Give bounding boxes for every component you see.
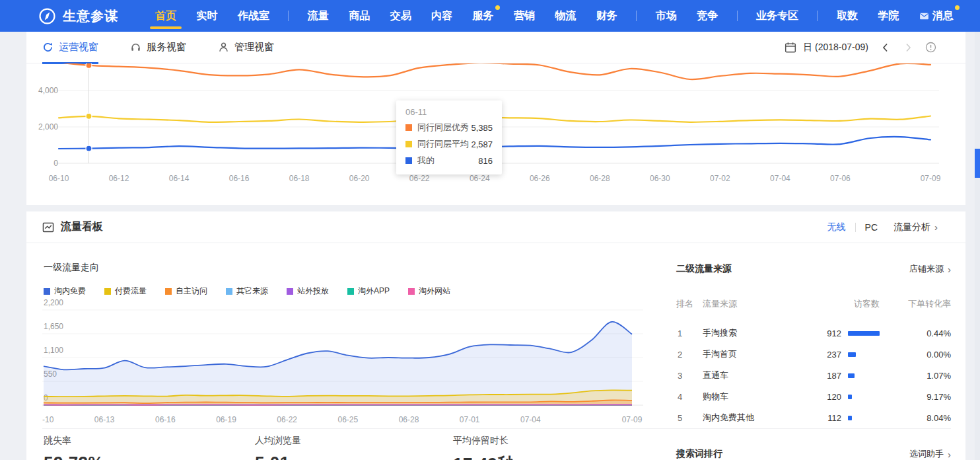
brand-logo-icon: [38, 7, 56, 25]
traffic-board-card: 流量看板 无线 PC 流量分析› 一级流量走向 淘内免费付费流量自主访问其它来源…: [26, 211, 965, 460]
date-controls: 日 (2018-07-09): [785, 42, 950, 54]
source-row-5[interactable]: 5淘内免费其他1128.04%: [676, 407, 951, 428]
svg-text:06-10: 06-10: [49, 174, 69, 183]
nav-item-academy[interactable]: 学院: [876, 1, 900, 31]
tooltip-row: 同行同层优秀5,385: [405, 122, 493, 134]
nav-item-service[interactable]: 服务: [472, 1, 495, 31]
source-row-2[interactable]: 2手淘首页2370.00%: [676, 344, 951, 365]
svg-text:06-22: 06-22: [277, 415, 297, 424]
chevron-right-icon: ›: [948, 449, 951, 459]
tab-management-view[interactable]: 管理视窗: [218, 32, 274, 63]
nav-divider: [737, 11, 738, 21]
divider: [42, 428, 951, 429]
svg-text:06-16: 06-16: [155, 415, 176, 424]
nav-item-traffic[interactable]: 流量: [306, 1, 330, 31]
nav-item-product[interactable]: 商品: [347, 1, 371, 31]
svg-text:06-10: 06-10: [42, 415, 54, 424]
nav-item-content[interactable]: 内容: [430, 1, 454, 31]
stat-3: 平均停留时长17.49秒: [453, 435, 515, 460]
traffic-trend-area-chart[interactable]: 05501,1001,6502,20006-1006-1306-1606-190…: [42, 294, 663, 426]
line-chart-icon: [42, 221, 54, 233]
info-icon[interactable]: [925, 42, 936, 53]
svg-text:06-30: 06-30: [650, 174, 670, 183]
source-row-4[interactable]: 4购物车1209.17%: [676, 386, 951, 407]
brand-name: 生意参谋: [63, 7, 118, 25]
svg-text:1,650: 1,650: [44, 322, 63, 331]
nav-divider: [636, 11, 637, 21]
source-row-3[interactable]: 3直通车1871.07%: [676, 365, 951, 386]
calendar-icon[interactable]: [785, 42, 796, 54]
divider: [855, 223, 856, 232]
nav-item-home[interactable]: 首页: [154, 1, 178, 31]
nav-item-competition[interactable]: 竞争: [695, 1, 719, 31]
nav-item-realtime[interactable]: 实时: [195, 1, 219, 31]
nav-item-war-room[interactable]: 作战室: [236, 1, 271, 31]
trend-title: 一级流量走向: [44, 262, 99, 274]
nav-item-logistics[interactable]: 物流: [553, 1, 577, 31]
sources-table-header: 排名 流量来源 访客数 下单转化率: [676, 297, 951, 311]
main-menu: 首页实时作战室流量商品交易内容服务营销物流财务市场竞争业务专区取数学院消息: [154, 1, 955, 31]
nav-item-data-extract[interactable]: 取数: [835, 1, 859, 31]
top-navigation: 生意参谋 首页实时作战室流量商品交易内容服务营销物流财务市场竞争业务专区取数学院…: [0, 0, 980, 32]
overview-card: 运营视窗服务视窗管理视窗 日 (2018-07-09) 02,0004,0000…: [26, 32, 965, 205]
nav-item-marketing[interactable]: 营销: [512, 1, 536, 31]
svg-text:06-20: 06-20: [349, 174, 370, 183]
nav-divider: [817, 11, 818, 21]
svg-text:06-13: 06-13: [94, 415, 115, 424]
sources-title: 二级流量来源: [676, 263, 732, 275]
notification-dot: [495, 5, 500, 10]
prev-day-icon[interactable]: [880, 42, 891, 53]
shop-sources-link[interactable]: 店铺来源›: [909, 263, 951, 275]
svg-text:06-14: 06-14: [169, 174, 190, 183]
svg-text:06-24: 06-24: [470, 174, 490, 183]
tab-service-view[interactable]: 服务视窗: [130, 32, 186, 63]
device-switch: 无线 PC 流量分析›: [827, 221, 950, 233]
nav-item-trade[interactable]: 交易: [389, 1, 413, 31]
date-label[interactable]: 日 (2018-07-09): [803, 42, 868, 54]
tab-wireless[interactable]: 无线: [827, 221, 846, 233]
traffic-analysis-link[interactable]: 流量分析›: [893, 221, 938, 233]
tooltip-date: 06-11: [405, 107, 493, 117]
user-icon: [218, 42, 229, 53]
refresh-icon: [42, 42, 53, 53]
svg-text:06-16: 06-16: [229, 174, 250, 183]
envelope-icon: [919, 11, 929, 21]
traffic-stats: 跳失率59.72%人均浏览量5.01平均停留时长17.49秒: [44, 435, 664, 460]
page-scrollbar[interactable]: [975, 32, 980, 460]
headset-icon: [130, 42, 141, 53]
svg-text:06-26: 06-26: [530, 174, 550, 183]
notification-dot: [955, 5, 960, 10]
svg-text:06-22: 06-22: [409, 174, 430, 183]
nav-item-messages[interactable]: 消息: [918, 1, 955, 31]
tooltip-row: 同行同层平均2,587: [405, 138, 493, 150]
svg-text:4,000: 4,000: [38, 86, 58, 95]
nav-item-market[interactable]: 市场: [654, 1, 678, 31]
svg-text:06-25: 06-25: [338, 415, 359, 424]
svg-text:06-18: 06-18: [289, 174, 310, 183]
svg-text:06-12: 06-12: [109, 174, 129, 183]
stat-1: 跳失率59.72%: [44, 435, 104, 460]
svg-text:2,200: 2,200: [44, 298, 63, 307]
tab-operation-view[interactable]: 运营视窗: [42, 32, 98, 63]
svg-text:07-09: 07-09: [921, 174, 941, 183]
nav-item-business-zone[interactable]: 业务专区: [755, 1, 800, 31]
search-rank-title: 搜索词排行: [676, 448, 722, 460]
scrollbar-thumb[interactable]: [975, 149, 980, 178]
source-row-1[interactable]: 1手淘搜索9120.44%: [676, 323, 951, 344]
svg-text:07-04: 07-04: [520, 415, 541, 424]
brand[interactable]: 生意参谋: [38, 7, 118, 25]
next-day-icon[interactable]: [903, 42, 913, 53]
traffic-board-header: 流量看板 无线 PC 流量分析›: [26, 211, 965, 243]
svg-text:06-28: 06-28: [399, 415, 419, 424]
nav-item-finance[interactable]: 财务: [595, 1, 619, 31]
chevron-right-icon: ›: [934, 222, 938, 232]
word-helper-link[interactable]: 选词助手›: [909, 448, 951, 460]
stat-2: 人均浏览量5.01: [255, 435, 301, 460]
svg-text:0: 0: [53, 159, 58, 168]
svg-text:06-28: 06-28: [590, 174, 610, 183]
sources-table: 1手淘搜索9120.44%2手淘首页2370.00%3直通车1871.07%4购…: [676, 323, 951, 428]
tab-pc[interactable]: PC: [865, 222, 878, 233]
svg-text:07-04: 07-04: [770, 174, 790, 183]
tooltip-row: 我的816: [405, 155, 493, 167]
svg-text:06-19: 06-19: [216, 415, 236, 424]
